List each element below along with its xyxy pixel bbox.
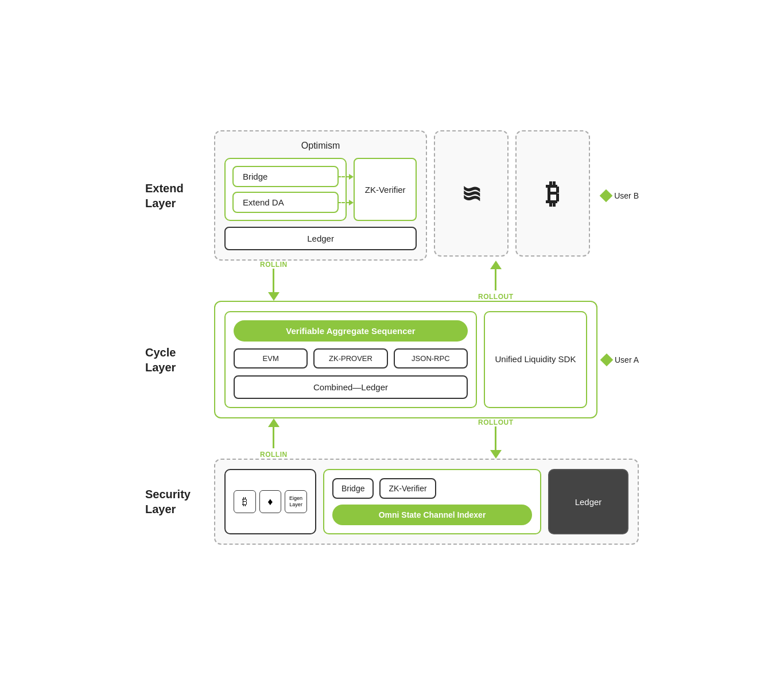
rollin-head-1: [268, 292, 280, 301]
optimism-box: Optimism Bridge: [214, 130, 427, 261]
rollin-label-2: ROLLIN: [260, 451, 288, 459]
rollout-stem-1: [495, 269, 496, 290]
solana-box: ≋: [434, 130, 509, 257]
extend-layer-row: Extend Layer Optimism Bridge: [145, 130, 639, 261]
da-to-zk-arrow: [337, 200, 354, 205]
rollout-arrow-2: ROLLOUT: [478, 418, 514, 459]
json-rpc-box: JSON-RPC: [394, 348, 468, 368]
cycle-layer-label: Cycle Layer: [145, 345, 214, 375]
rollin-arrow-1: ROLLIN: [260, 261, 288, 301]
btc-icon: ₿: [234, 490, 256, 513]
bridge-box-extend: Bridge: [232, 166, 339, 187]
eigen-symbol: EigenLayer: [289, 495, 302, 508]
eigen-icon: EigenLayer: [285, 490, 307, 513]
security-layer-label: Security Layer: [145, 487, 214, 517]
cycle-left-box: Verifiable Aggregate Sequencer EVM ZK-PR…: [224, 311, 477, 408]
security-bridge-row: Bridge ZK-Verifier: [332, 478, 532, 499]
rollout-label-1: ROLLOUT: [478, 293, 514, 301]
btc-symbol: ₿: [242, 496, 247, 508]
cycle-green-box: Verifiable Aggregate Sequencer EVM ZK-PR…: [214, 301, 597, 418]
security-dashed-box: ₿ ♦ EigenLayer Bridge ZK-Verifier Omni: [214, 459, 639, 545]
rollin-label-1: ROLLIN: [260, 261, 288, 269]
small-boxes-row: EVM ZK-PROVER JSON-RPC: [234, 348, 468, 368]
arrows-row-1: ROLLIN ROLLOUT: [145, 261, 639, 301]
rollout-head-1: [490, 261, 502, 269]
evm-box: EVM: [234, 348, 308, 368]
user-b-label: User B: [601, 191, 639, 200]
user-a-label: User A: [602, 355, 639, 364]
extend-da-box: Extend DA: [232, 192, 339, 213]
eth-icon: ♦: [259, 490, 282, 513]
extend-left-box: Bridge Extend DA: [224, 158, 347, 221]
rollin-arrow-2: ROLLIN: [260, 418, 288, 459]
rollout-arrow-1: ROLLOUT: [478, 261, 514, 301]
security-layer-row: Security Layer ₿ ♦ EigenLayer: [145, 459, 639, 545]
user-a-diamond: [600, 353, 614, 366]
diagram-container: Extend Layer Optimism Bridge: [134, 107, 650, 568]
bitcoin-box: ₿: [515, 130, 590, 257]
rollout-head-2: [490, 450, 502, 459]
extend-layer-content: Optimism Bridge: [214, 130, 639, 261]
arrows-row-2: ROLLIN ROLLOUT: [145, 418, 639, 459]
cycle-layer-row: Cycle Layer Verifiable Aggregate Sequenc…: [145, 301, 639, 418]
bitcoin-icon: ₿: [546, 178, 560, 210]
optimism-title: Optimism: [224, 141, 417, 151]
extend-ledger: Ledger: [224, 227, 417, 250]
eth-symbol: ♦: [267, 496, 273, 508]
rollin-stem-1: [273, 269, 274, 292]
rollout-stem-2: [495, 426, 496, 450]
rollin-stem-2: [273, 427, 274, 448]
user-b-text: User B: [614, 191, 639, 200]
zk-verifier-extend: ZK-Verifier: [354, 158, 417, 221]
omni-pill: Omni State Channel Indexer: [332, 505, 532, 525]
user-a-text: User A: [615, 355, 639, 364]
combined-ledger-box: Combined—Ledger: [234, 375, 468, 399]
rollout-label-2: ROLLOUT: [478, 418, 514, 426]
security-middle-box: Bridge ZK-Verifier Omni State Channel In…: [323, 469, 541, 534]
security-layer-content: ₿ ♦ EigenLayer Bridge ZK-Verifier Omni: [214, 459, 639, 545]
rollin-head-2: [268, 418, 280, 427]
unified-liquidity-box: Unified Liquidity SDK: [484, 311, 587, 408]
zk-prover-box: ZK-PROVER: [313, 348, 387, 368]
user-b-diamond: [600, 189, 613, 202]
cycle-layer-content: Verifiable Aggregate Sequencer EVM ZK-PR…: [214, 301, 597, 418]
bridge-to-zk-arrow: [337, 174, 354, 180]
bridge-box-security: Bridge: [332, 478, 374, 499]
extend-layer-label: Extend Layer: [145, 181, 214, 211]
sequencer-pill: Verifiable Aggregate Sequencer: [234, 320, 468, 342]
security-crypto-icons: ₿ ♦ EigenLayer: [224, 469, 316, 534]
security-ledger-box: Ledger: [548, 469, 628, 534]
solana-icon: ≋: [461, 180, 482, 208]
zk-verifier-security: ZK-Verifier: [379, 478, 436, 499]
